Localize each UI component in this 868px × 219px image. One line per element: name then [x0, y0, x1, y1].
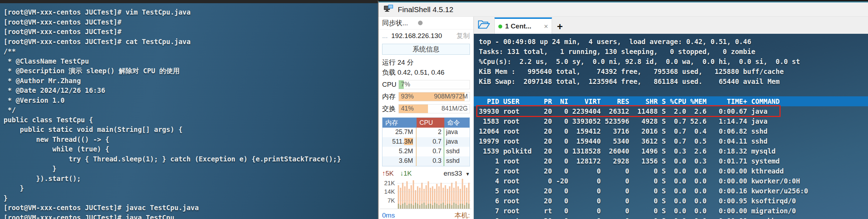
highlight-annotation-box [476, 105, 781, 117]
mini-cell-mem: 3.6M [382, 156, 417, 166]
chart-gridline [397, 201, 471, 201]
system-info-button[interactable]: 系统信息 [382, 44, 470, 55]
chart-bar [419, 179, 420, 209]
chart-bar [440, 179, 442, 209]
mini-header-cpu[interactable]: CPU [417, 118, 444, 128]
mini-cell-cmd: sshd [444, 156, 470, 166]
open-connection-button[interactable] [474, 17, 494, 34]
new-tab-button[interactable]: + [557, 18, 563, 32]
host-row: ... 192.168.226.130 复制 [379, 30, 473, 42]
chart-bar [408, 179, 410, 209]
chart-bar [436, 179, 438, 209]
mini-cell-cmd: sshd [444, 147, 470, 156]
upload-icon: ↑ [382, 170, 386, 177]
chart-bar [423, 179, 425, 209]
mem-gauge: 93% 908M/972M [398, 92, 470, 101]
cpu-gauge-label: CPU [382, 81, 398, 89]
swap-percent: 41% [401, 105, 414, 112]
mini-cell-cpu: 0.7 [417, 147, 444, 156]
chart-bar [415, 179, 416, 209]
interface-selector[interactable]: ens33 ▼ [444, 170, 470, 177]
chart-y-label: 14K [380, 188, 395, 196]
network-rate-row: ↑ 5K ↓ 1K ens33 ▼ [379, 168, 473, 179]
mini-cell-mem: 5.2M [382, 147, 417, 156]
top-process-row: 8 root 20 0 0 0 0 S 0.0 0.0 0:00.00 rcu_… [479, 216, 868, 219]
process-mini-table: 内存 CPU 命令 25.7M2java511.3M0.7java5.2M0.7… [382, 117, 470, 166]
copy-ip-button[interactable]: 复制 [456, 31, 470, 41]
cpu-gauge: 7% [398, 80, 470, 89]
host-prefix: ... [382, 32, 388, 40]
chart-bar [428, 179, 429, 209]
left-terminal[interactable]: [root@VM-xxx-centos JUCTest]# vim TestCp… [0, 0, 378, 219]
chart-bar [406, 179, 408, 209]
download-icon: ↓ [400, 170, 404, 177]
chart-bar [460, 179, 461, 209]
mini-table-row[interactable]: 511.3M0.7java [382, 137, 470, 147]
chart-bar [417, 179, 418, 209]
tab-centos-session[interactable]: 1 Cent... × [494, 17, 552, 34]
tab-close-icon[interactable]: × [544, 22, 548, 31]
mini-header-mem[interactable]: 内存 [382, 118, 417, 128]
top-process-row: 4 root 0 -20 0 0 0 S 0.0 0.0 0:00.00 kwo… [479, 176, 868, 186]
top-summary-output: top - 00:49:08 up 24 min, 4 users, load … [479, 37, 868, 86]
system-info-panel: 同步状... ... 192.168.226.130 复制 系统信息 运行 24… [379, 17, 474, 219]
chart-bar [462, 179, 463, 209]
chart-bar [447, 179, 448, 209]
chart-bar [455, 179, 457, 209]
window-titlebar[interactable]: FinalShell 4.5.12 [379, 2, 868, 17]
mini-table-row[interactable]: 25.7M2java [382, 128, 470, 137]
chart-bar [451, 179, 452, 209]
top-terminal[interactable]: top - 00:49:08 up 24 min, 4 users, load … [474, 34, 868, 219]
top-process-row: 12064 root 20 0 159412 3716 2016 S 0.7 0… [479, 126, 868, 136]
network-traffic-chart: 21K14K7K [380, 179, 471, 209]
left-terminal-output: [root@VM-xxx-centos JUCTest]# vim TestCp… [0, 3, 378, 219]
load-label: 负载 0.42, 0.51, 0.46 [379, 68, 473, 78]
chart-bar [400, 179, 401, 209]
chart-bar [421, 179, 423, 209]
mini-table-row[interactable]: 5.2M0.7sshd [382, 147, 470, 156]
mini-table-header: 内存 CPU 命令 [382, 118, 470, 128]
chart-bar [438, 179, 440, 209]
host-ip: 192.168.226.130 [391, 32, 442, 40]
mini-cell-mem: 511.3M [382, 137, 417, 147]
chart-bar [432, 179, 433, 209]
mem-percent: 93% [401, 93, 414, 100]
screen: [root@VM-xxx-centos JUCTest]# vim TestCp… [0, 0, 868, 219]
chart-bar [430, 179, 431, 209]
app-icon [384, 5, 393, 15]
mem-detail: 908M/972M [434, 93, 468, 100]
mini-cell-cpu: 0.3 [417, 156, 444, 166]
chart-bar [466, 179, 467, 209]
tab-status-dot [498, 25, 502, 28]
mini-header-cmd[interactable]: 命令 [444, 118, 470, 128]
sync-status-row: 同步状... [379, 17, 473, 30]
chart-gridline [397, 192, 471, 192]
latency-value: 0ms [382, 212, 395, 219]
chart-bars [398, 179, 471, 209]
blank-line [479, 86, 868, 96]
top-process-row: 1583 root 20 0 3393052 523596 4928 S 0.7… [479, 116, 868, 126]
mini-table-body: 25.7M2java511.3M0.7java5.2M0.7sshd3.6M0.… [382, 128, 470, 166]
top-process-row: 19979 root 20 0 159440 5340 3612 S 0.7 0… [479, 136, 868, 146]
chart-bar [411, 179, 412, 209]
top-process-row: 1 root 20 0 128172 2928 1356 S 0.0 0.3 0… [479, 156, 868, 166]
terminal-area: 1 Cent... × + top - 00:49:08 up 24 min, … [474, 17, 868, 219]
mini-cell-cmd: java [444, 137, 470, 147]
chart-bar [457, 179, 459, 209]
tab-strip: 1 Cent... × + [474, 17, 868, 34]
mini-table-row[interactable]: 3.6M0.3sshd [382, 156, 470, 166]
mini-cell-cpu: 2 [417, 128, 444, 137]
chart-bar [449, 179, 450, 209]
chart-bar [413, 179, 414, 209]
window-title: FinalShell 4.5.12 [398, 5, 453, 14]
folder-icon [478, 20, 491, 31]
mini-cell-cpu: 0.7 [417, 137, 444, 147]
top-process-row: 2 root 20 0 0 0 0 S 0.0 0.0 0:00.00 kthr… [479, 166, 868, 176]
swap-detail: 841M/2G [441, 105, 468, 112]
chevron-down-icon: ▼ [465, 171, 470, 177]
swap-gauge: 41% 841M/2G [398, 104, 470, 113]
download-rate: 1K [403, 170, 412, 177]
chart-bar [453, 179, 455, 209]
sync-status-dot [418, 21, 423, 25]
chart-bar [443, 179, 444, 209]
